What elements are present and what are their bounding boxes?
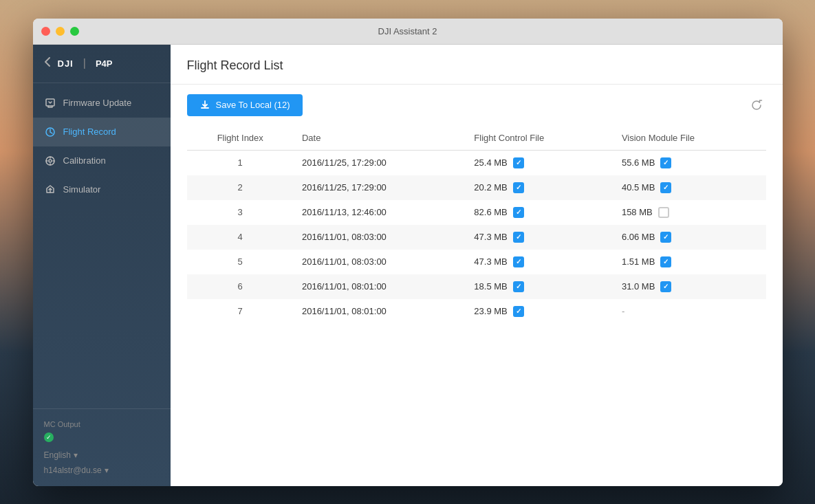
language-selector[interactable]: English ▾ [44,450,160,460]
table-row: 12016/11/25, 17:29:0025.4 MB 55.6 MB [187,150,766,175]
table-row: 42016/11/01, 08:03:0047.3 MB 6.06 MB [187,225,766,250]
col-header-vm: Vision Module File [613,126,766,151]
vm-dash: - [622,306,624,316]
content-toolbar: Save To Local (12) [171,85,783,126]
refresh-icon [750,99,763,111]
vm-size: 6.06 MB [622,232,655,242]
calibration-label: Calibration [63,155,106,166]
cell-date: 2016/11/01, 08:03:00 [294,250,466,274]
refresh-button[interactable] [747,96,766,115]
col-header-fc: Flight Control File [466,126,613,151]
mc-output-label: MC Output [44,420,160,428]
fc-checkbox[interactable] [513,256,524,267]
fc-checkbox[interactable] [513,207,524,218]
cell-vm-file: 31.0 MB [613,274,766,299]
vm-checkbox[interactable] [660,157,671,168]
cell-index: 4 [187,225,294,250]
cell-fc-file: 20.2 MB [466,175,613,200]
sidebar-item-calibration[interactable]: Calibration [33,146,171,175]
fc-size: 25.4 MB [474,157,507,168]
cell-date: 2016/11/13, 12:46:00 [294,200,466,225]
flight-records-table-container[interactable]: Flight Index Date Flight Control File Vi… [171,126,783,486]
dji-logo: DJI [58,58,74,69]
fc-checkbox[interactable] [513,232,524,243]
table-row: 22016/11/25, 17:29:0020.2 MB 40.5 MB [187,175,766,200]
vm-checkbox[interactable] [658,207,669,218]
save-button-label: Save To Local (12) [216,100,290,110]
cell-index: 1 [187,150,294,175]
logo-separator: | [83,57,86,69]
table-header-row: Flight Index Date Flight Control File Vi… [187,126,766,151]
minimize-button[interactable] [56,27,65,36]
cell-vm-file: 158 MB [613,200,766,225]
sidebar: DJI | P4P Firmware Update [33,45,171,486]
cell-date: 2016/11/01, 08:03:00 [294,225,466,250]
simulator-icon [44,184,56,196]
col-header-date: Date [294,126,466,151]
cell-date: 2016/11/25, 17:29:00 [294,175,466,200]
cell-index: 6 [187,274,294,299]
vm-size: 158 MB [622,207,653,217]
sidebar-item-flight-record[interactable]: Flight Record [33,118,171,146]
cell-fc-file: 82.6 MB [466,200,613,225]
app-window: DJI Assistant 2 DJI | P4P [33,19,783,486]
titlebar: DJI Assistant 2 [33,19,783,45]
cell-date: 2016/11/01, 08:01:00 [294,274,466,299]
vm-checkbox[interactable] [660,281,671,292]
fc-checkbox[interactable] [513,182,524,193]
sidebar-footer: MC Output English ▾ h14alstr@du.se ▾ [33,408,171,486]
fc-checkbox[interactable] [513,306,524,317]
account-arrow: ▾ [105,465,109,475]
svg-point-3 [49,160,52,162]
vm-size: 55.6 MB [622,157,655,168]
close-button[interactable] [41,27,50,36]
account-selector[interactable]: h14alstr@du.se ▾ [44,465,160,475]
page-title: Flight Record List [187,58,766,73]
status-dot [44,432,54,442]
language-label: English [44,450,71,460]
table-row: 62016/11/01, 08:01:0018.5 MB 31.0 MB [187,274,766,299]
fc-checkbox[interactable] [513,157,524,168]
simulator-label: Simulator [63,184,101,195]
vm-checkbox[interactable] [660,232,671,243]
cell-vm-file: 55.6 MB [613,150,766,175]
back-button[interactable] [44,56,51,70]
sidebar-item-firmware[interactable]: Firmware Update [33,89,171,118]
cell-date: 2016/11/01, 08:01:00 [294,299,466,324]
cell-fc-file: 47.3 MB [466,225,613,250]
table-row: 32016/11/13, 12:46:0082.6 MB 158 MB [187,200,766,225]
vm-size: 31.0 MB [622,281,655,292]
save-to-local-button[interactable]: Save To Local (12) [187,94,303,116]
cell-index: 7 [187,299,294,324]
main-layout: DJI | P4P Firmware Update [33,45,783,486]
col-header-index: Flight Index [187,126,294,151]
sidebar-header: DJI | P4P [33,45,171,83]
flight-record-icon [44,126,56,138]
fc-checkbox[interactable] [513,281,524,292]
fc-size: 20.2 MB [474,182,507,193]
cell-index: 5 [187,250,294,274]
vm-checkbox[interactable] [660,256,671,267]
account-label: h14alstr@du.se [44,465,102,475]
cell-vm-file: 1.51 MB [613,250,766,274]
sidebar-item-simulator[interactable]: Simulator [33,175,171,204]
mc-status [44,432,160,442]
window-title: DJI Assistant 2 [378,26,437,36]
flight-record-label: Flight Record [63,127,116,137]
vm-size: 40.5 MB [622,182,655,193]
cell-date: 2016/11/25, 17:29:00 [294,150,466,175]
fc-size: 82.6 MB [474,207,507,217]
cell-fc-file: 23.9 MB [466,299,613,324]
firmware-label: Firmware Update [63,98,132,108]
table-row: 72016/11/01, 08:01:0023.9 MB - [187,299,766,324]
fc-size: 18.5 MB [474,281,507,292]
cell-fc-file: 47.3 MB [466,250,613,274]
flight-records-table: Flight Index Date Flight Control File Vi… [187,126,766,324]
cell-index: 2 [187,175,294,200]
maximize-button[interactable] [70,27,79,36]
cell-vm-file: 40.5 MB [613,175,766,200]
download-icon [199,100,210,111]
vm-checkbox[interactable] [660,182,671,193]
cell-fc-file: 18.5 MB [466,274,613,299]
language-arrow: ▾ [74,450,78,460]
